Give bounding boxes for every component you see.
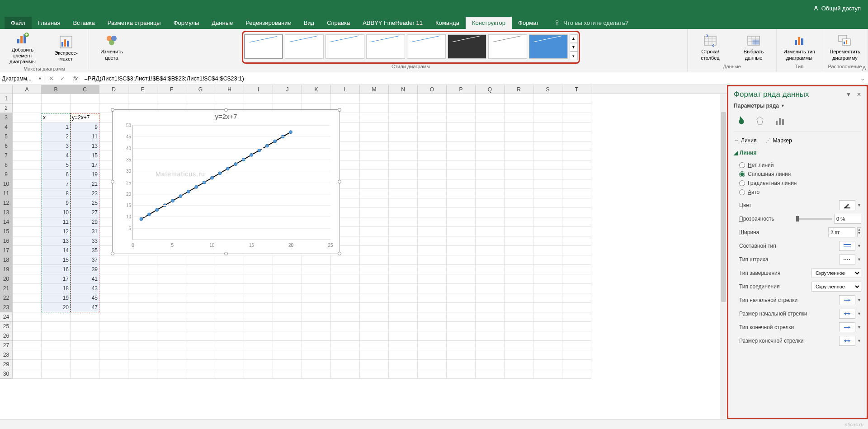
cell-T16[interactable]: [562, 236, 591, 246]
row-header-26[interactable]: 26: [0, 331, 13, 341]
cell-G24[interactable]: [186, 312, 215, 322]
cell-N15[interactable]: [389, 227, 418, 236]
col-header-A[interactable]: A: [13, 85, 42, 94]
cell-I18[interactable]: [244, 255, 273, 265]
cell-Q22[interactable]: [476, 293, 505, 303]
color-picker[interactable]: [839, 200, 855, 210]
cell-P2[interactable]: [447, 104, 476, 113]
cell-R20[interactable]: [505, 274, 533, 284]
ribbon-tab-команда[interactable]: Команда: [429, 17, 466, 29]
row-header-22[interactable]: 22: [0, 293, 13, 303]
row-header-20[interactable]: 20: [0, 274, 13, 284]
cell-G23[interactable]: [186, 303, 215, 312]
cell-M20[interactable]: [360, 274, 389, 284]
cell-T4[interactable]: [562, 123, 591, 132]
cell-P7[interactable]: [447, 151, 476, 160]
cell-B24[interactable]: [42, 312, 71, 322]
cell-R18[interactable]: [505, 255, 533, 265]
cell-E19[interactable]: [128, 265, 157, 274]
cell-S1[interactable]: [533, 94, 562, 104]
cell-K23[interactable]: [302, 303, 331, 312]
cell-G18[interactable]: [186, 255, 215, 265]
cell-M8[interactable]: [360, 160, 389, 170]
cell-A20[interactable]: [13, 274, 42, 284]
cell-J22[interactable]: [273, 293, 302, 303]
cell-O27[interactable]: [418, 341, 447, 350]
cell-N23[interactable]: [389, 303, 418, 312]
row-header-28[interactable]: 28: [0, 350, 13, 360]
cell-M9[interactable]: [360, 170, 389, 179]
cell-N6[interactable]: [389, 141, 418, 151]
cell-Q28[interactable]: [476, 350, 505, 360]
cell-J18[interactable]: [273, 255, 302, 265]
join-select[interactable]: Скругленное: [811, 282, 861, 292]
cell-N1[interactable]: [389, 94, 418, 104]
row-header-6[interactable]: 6: [0, 141, 13, 151]
cell-N29[interactable]: [389, 360, 418, 369]
end-size-dropdown[interactable]: [839, 336, 855, 346]
cell-C26[interactable]: [71, 331, 99, 341]
cell-P17[interactable]: [447, 246, 476, 255]
cell-P1[interactable]: [447, 94, 476, 104]
cell-H22[interactable]: [215, 293, 244, 303]
cell-O18[interactable]: [418, 255, 447, 265]
cell-P16[interactable]: [447, 236, 476, 246]
cell-D19[interactable]: [99, 265, 128, 274]
cell-E18[interactable]: [128, 255, 157, 265]
cell-K19[interactable]: [302, 265, 331, 274]
cell-A13[interactable]: [13, 208, 42, 217]
cell-P28[interactable]: [447, 350, 476, 360]
cell-R24[interactable]: [505, 312, 533, 322]
cell-Q2[interactable]: [476, 104, 505, 113]
cell-Q24[interactable]: [476, 312, 505, 322]
cell-N27[interactable]: [389, 341, 418, 350]
cell-P26[interactable]: [447, 331, 476, 341]
cell-F25[interactable]: [157, 322, 186, 331]
cell-H21[interactable]: [215, 284, 244, 293]
row-header-16[interactable]: 16: [0, 236, 13, 246]
cell-J1[interactable]: [273, 94, 302, 104]
cell-R23[interactable]: [505, 303, 533, 312]
cell-H24[interactable]: [215, 312, 244, 322]
fill-line-icon[interactable]: [734, 114, 746, 127]
cell-E29[interactable]: [128, 360, 157, 369]
chart-style-4[interactable]: [366, 34, 405, 59]
width-input[interactable]: [828, 227, 855, 237]
cell-J27[interactable]: [273, 341, 302, 350]
cell-R21[interactable]: [505, 284, 533, 293]
cell-M15[interactable]: [360, 227, 389, 236]
cell-R19[interactable]: [505, 265, 533, 274]
cell-A6[interactable]: [13, 141, 42, 151]
cell-M14[interactable]: [360, 217, 389, 227]
cell-S14[interactable]: [533, 217, 562, 227]
cell-F22[interactable]: [157, 293, 186, 303]
cell-L18[interactable]: [331, 255, 360, 265]
compound-dropdown[interactable]: [839, 241, 855, 251]
cell-R13[interactable]: [505, 208, 533, 217]
cell-M23[interactable]: [360, 303, 389, 312]
cell-Q19[interactable]: [476, 265, 505, 274]
cell-O14[interactable]: [418, 217, 447, 227]
cell-A26[interactable]: [13, 331, 42, 341]
cell-K30[interactable]: [302, 369, 331, 379]
cell-A2[interactable]: [13, 104, 42, 113]
cell-T29[interactable]: [562, 360, 591, 369]
col-header-R[interactable]: R: [505, 85, 533, 94]
cell-M21[interactable]: [360, 284, 389, 293]
row-header-9[interactable]: 9: [0, 170, 13, 179]
cell-A23[interactable]: [13, 303, 42, 312]
cell-L25[interactable]: [331, 322, 360, 331]
cell-R5[interactable]: [505, 132, 533, 141]
cell-T6[interactable]: [562, 141, 591, 151]
cell-O4[interactable]: [418, 123, 447, 132]
chart-object[interactable]: y=2x+7 Matematicus.ru 510152025303540455…: [112, 109, 340, 254]
cell-R27[interactable]: [505, 341, 533, 350]
cell-L1[interactable]: [331, 94, 360, 104]
cell-I21[interactable]: [244, 284, 273, 293]
cell-R11[interactable]: [505, 189, 533, 198]
col-header-L[interactable]: L: [331, 85, 360, 94]
cell-A17[interactable]: [13, 246, 42, 255]
cell-Q29[interactable]: [476, 360, 505, 369]
panel-subtitle[interactable]: Параметры ряда▼: [734, 103, 861, 109]
cell-T12[interactable]: [562, 198, 591, 208]
